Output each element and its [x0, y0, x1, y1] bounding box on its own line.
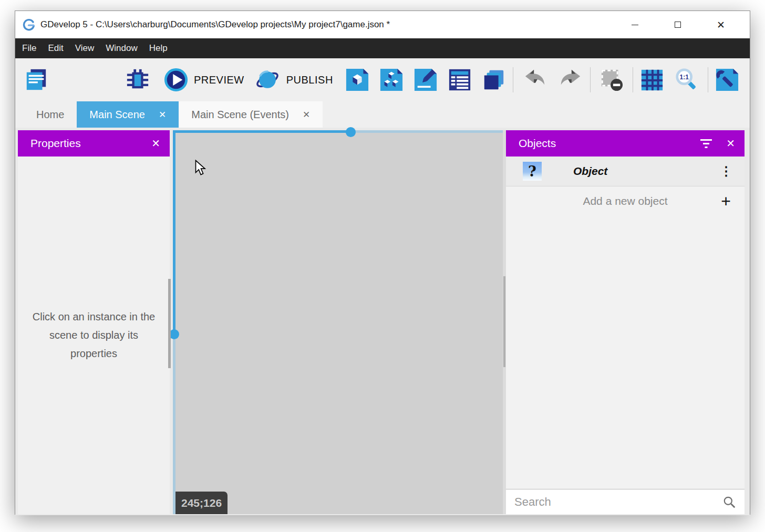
- close-properties-icon[interactable]: ✕: [151, 137, 160, 150]
- titlebar: GDevelop 5 - C:\Users\charburg\Documents…: [15, 11, 750, 38]
- scene-window-left-border: [173, 130, 175, 514]
- menu-file[interactable]: File: [16, 38, 42, 58]
- tab-close-icon[interactable]: ✕: [159, 109, 166, 120]
- plus-icon[interactable]: +: [721, 191, 731, 211]
- publish-button[interactable]: [255, 67, 280, 92]
- app-window: GDevelop 5 - C:\Users\charburg\Documents…: [15, 11, 750, 515]
- scene-canvas[interactable]: 245;126: [173, 130, 506, 514]
- tab-home-label: Home: [36, 109, 64, 121]
- canvas-vertical-scrollbar-thumb[interactable]: [503, 276, 505, 367]
- project-manager-icon: [24, 68, 48, 92]
- edit-pencil-icon: [413, 68, 438, 92]
- tab-main-scene-label: Main Scene: [89, 109, 145, 121]
- edit-scene-objects-button[interactable]: [379, 67, 404, 92]
- svg-text:1:1: 1:1: [679, 74, 689, 81]
- debugger-button[interactable]: [125, 67, 150, 92]
- filter-icon[interactable]: [700, 139, 712, 149]
- publish-globe-icon: [255, 68, 280, 92]
- toolbar-separator: [513, 67, 513, 92]
- objects-search-input[interactable]: [506, 495, 722, 509]
- toolbar: PREVIEW PUBLISH: [15, 58, 750, 101]
- menu-window[interactable]: Window: [100, 38, 143, 58]
- redo-button[interactable]: [557, 67, 583, 92]
- tab-main-scene[interactable]: Main Scene ✕: [77, 101, 179, 128]
- gdevelop-logo-icon: [23, 18, 35, 31]
- minimize-button[interactable]: [627, 17, 643, 33]
- menubar: File Edit View Window Help: [15, 38, 750, 58]
- toolbar-separator: [708, 67, 708, 92]
- scene-objects-cubes-icon: [379, 68, 404, 92]
- objects-panel: Objects ✕ ? Object ⋮ Add a new object +: [506, 130, 745, 514]
- object-name: Object: [573, 165, 607, 178]
- zoom-1-1-icon: 1:1: [675, 68, 699, 92]
- edit-events-button[interactable]: [447, 67, 472, 92]
- undo-icon: [523, 68, 547, 92]
- menu-view[interactable]: View: [69, 38, 100, 58]
- preview-button[interactable]: [163, 67, 189, 92]
- properties-panel-title: Properties: [30, 137, 81, 150]
- window-title: GDevelop 5 - C:\Users\charburg\Documents…: [40, 19, 390, 30]
- publish-label[interactable]: PUBLISH: [286, 74, 333, 86]
- open-settings-button[interactable]: [715, 67, 740, 92]
- edit-scene-button[interactable]: [345, 67, 370, 92]
- grid-icon: [640, 68, 664, 92]
- undo-button[interactable]: [523, 67, 548, 92]
- cursor-coordinates-badge: 245;126: [175, 492, 228, 514]
- zoom-original-button[interactable]: 1:1: [674, 67, 699, 92]
- menu-edit[interactable]: Edit: [42, 38, 69, 58]
- object-unknown-thumbnail-icon: ?: [523, 162, 542, 181]
- tab-close-icon[interactable]: ✕: [303, 109, 310, 120]
- properties-panel: Properties ✕ Click on an instance in the…: [18, 130, 170, 514]
- menu-help[interactable]: Help: [143, 38, 173, 58]
- mouse-cursor-icon: [195, 160, 206, 176]
- play-icon: [164, 68, 188, 92]
- scene-cube-icon: [345, 68, 369, 92]
- search-icon[interactable]: [722, 495, 736, 509]
- scene-window-top-border: [173, 130, 506, 133]
- delete-instances-button[interactable]: [599, 67, 624, 92]
- maximize-button[interactable]: [670, 17, 686, 33]
- objects-panel-header: Objects ✕: [506, 130, 745, 157]
- project-manager-button[interactable]: [24, 67, 49, 92]
- properties-panel-header: Properties ✕: [18, 130, 170, 157]
- toolbar-separator: [633, 67, 633, 92]
- tab-main-scene-events[interactable]: Main Scene (Events) ✕: [179, 101, 323, 128]
- resize-handle-top[interactable]: [346, 127, 356, 137]
- close-objects-icon[interactable]: ✕: [726, 137, 735, 150]
- object-list-item[interactable]: ? Object ⋮: [506, 157, 745, 186]
- tab-home[interactable]: Home: [24, 101, 77, 128]
- wrench-icon: [715, 68, 739, 92]
- add-object-label: Add a new object: [583, 195, 667, 207]
- properties-panel-body: Click on an instance in the scene to dis…: [18, 157, 170, 514]
- layers-icon: [482, 68, 506, 92]
- add-object-row[interactable]: Add a new object +: [506, 186, 745, 215]
- close-window-button[interactable]: ✕: [713, 17, 729, 33]
- edit-scene-properties-button[interactable]: [413, 67, 438, 92]
- editor-tabbar: Home Main Scene ✕ Main Scene (Events) ✕: [15, 101, 750, 128]
- objects-panel-title: Objects: [519, 137, 556, 150]
- delete-selection-icon: [599, 68, 624, 92]
- events-sheet-icon: [448, 68, 472, 92]
- toolbar-separator: [590, 67, 591, 92]
- objects-search-bar: [506, 489, 745, 514]
- tab-main-scene-events-label: Main Scene (Events): [191, 109, 289, 121]
- properties-empty-message: Click on an instance in the scene to dis…: [27, 308, 161, 363]
- debugger-bug-icon: [126, 68, 150, 92]
- canvas-left-scrollbar-thumb[interactable]: [168, 279, 171, 368]
- object-more-menu-icon[interactable]: ⋮: [720, 164, 733, 179]
- edit-layers-button[interactable]: [481, 67, 506, 92]
- preview-label[interactable]: PREVIEW: [194, 74, 244, 86]
- toggle-grid-button[interactable]: [639, 67, 665, 92]
- redo-icon: [558, 68, 582, 92]
- editor-content: Properties ✕ Click on an instance in the…: [15, 128, 750, 515]
